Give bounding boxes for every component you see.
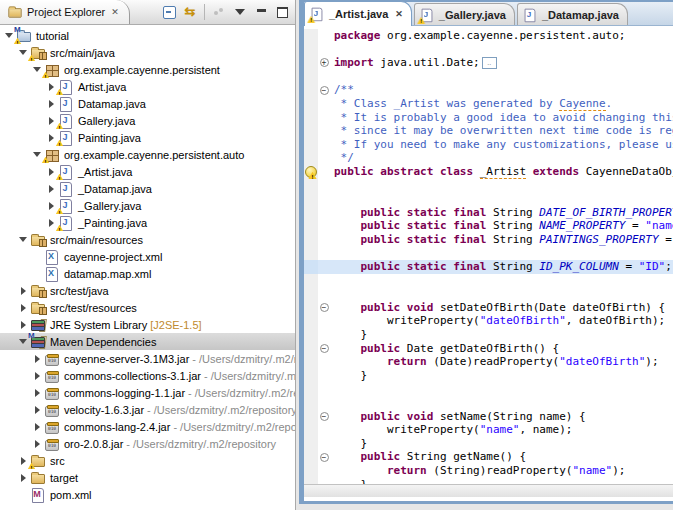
code-editor[interactable]: package org.example.cayenne.persistent.a… [304,26,673,484]
code-text [330,247,673,261]
annotation-ruler [304,301,318,315]
fold-ruler [318,437,330,451]
fold-ruler: − [318,301,330,315]
code-line: −/** [304,83,673,97]
expand-arrow[interactable] [46,83,56,91]
expand-arrow[interactable] [18,321,28,329]
fold-ruler [318,314,330,328]
folder-icon [30,470,46,486]
expand-arrow[interactable] [32,152,42,157]
tree-row[interactable]: 010commons-lang-2.4.jar - /Users/dzmitry… [0,418,295,435]
tree-row[interactable]: J!Artist.java [0,78,295,95]
view-close-icon[interactable]: ✕ [111,7,119,17]
expand-arrow[interactable] [46,202,56,210]
folded-region-icon[interactable]: ‥ [482,57,497,69]
tree-row[interactable]: Mpom.xml [0,486,295,503]
java-file-icon: J! [58,215,74,231]
collapse-fold-icon[interactable]: − [320,453,329,462]
tree-row[interactable]: src/test/java [0,282,295,299]
project-explorer-tab[interactable]: Project Explorer ✕ [0,0,130,24]
tree-item-label: JRE System Library [50,319,147,331]
tree-row[interactable]: 010oro-2.0.8.jar - /Users/dzmitry/.m2/re… [0,435,295,452]
tree-row[interactable]: J!_Artist.java [0,163,295,180]
tree-item-label: pom.xml [50,489,92,501]
expand-arrow[interactable] [32,389,42,397]
tree-row[interactable]: src/main/resources [0,231,295,248]
tree-row[interactable]: JDatamap.java [0,95,295,112]
link-with-editor-icon[interactable]: ⇆ [183,5,197,19]
expand-arrow[interactable] [46,185,56,193]
tree-row[interactable]: !src [0,452,295,469]
editor-tab-label: _Artist.java [329,8,388,20]
horizontal-scrollbar[interactable] [304,484,673,497]
editor-tab-_Artist-java[interactable]: J!_Artist.java✕ [304,1,412,26]
tree-row[interactable]: !org.example.cayenne.persistent.auto [0,146,295,163]
tree-row[interactable]: !org.example.cayenne.persistent [0,61,295,78]
tree-row[interactable]: 010velocity-1.6.3.jar - /Users/dzmitry/.… [0,401,295,418]
tree-row[interactable]: J!_Painting.java [0,214,295,231]
expand-arrow[interactable] [46,219,56,227]
tree-item-label: src/test/java [50,285,109,297]
maximize-icon[interactable] [275,5,289,19]
expand-arrow[interactable] [4,33,14,38]
tree-row[interactable]: J!Painting.java [0,129,295,146]
expand-arrow[interactable] [46,168,56,176]
tree-item-label: org.example.cayenne.persistent.auto [64,149,244,161]
expand-arrow[interactable] [46,100,56,108]
expand-arrow[interactable] [32,355,42,363]
minimize-icon[interactable] [254,5,268,19]
expand-arrow[interactable] [46,117,56,125]
expand-arrow[interactable] [18,457,28,465]
tree-item-label: Artist.java [78,81,126,93]
collapse-fold-icon[interactable]: − [320,303,329,312]
tree-row[interactable]: src/test/resources [0,299,295,316]
tree-row[interactable]: J!_Gallery.java [0,197,295,214]
tree-item-label: src [50,455,65,467]
tree-row[interactable]: Xdatamap.map.xml [0,265,295,282]
expand-arrow[interactable] [18,474,28,482]
collapse-fold-icon[interactable]: − [320,86,329,95]
expand-arrow[interactable] [32,440,42,448]
annotation-ruler [304,464,318,478]
fold-ruler [318,396,330,410]
expand-arrow[interactable] [46,134,56,142]
tree-row[interactable]: J_Datamap.java [0,180,295,197]
tree-row[interactable]: target [0,469,295,486]
expand-arrow[interactable] [18,339,28,344]
editor-tab-_Datamap-java[interactable]: J_Datamap.java [517,3,628,25]
tree-row[interactable]: MMaven Dependencies [0,333,295,350]
annotation-ruler [304,70,318,84]
expand-arrow[interactable] [18,237,28,242]
editor-tab-_Gallery-java[interactable]: J!_Gallery.java [414,3,515,25]
expand-arrow[interactable] [32,372,42,380]
tree-item-label: _Artist.java [78,166,132,178]
tree-row[interactable]: !src/main/java [0,44,295,61]
tree-row[interactable]: Xcayenne-project.xml [0,248,295,265]
tree-row[interactable]: J!Gallery.java [0,112,295,129]
code-text: return (Date)readProperty("dateOfBirth")… [330,355,673,369]
tab-close-icon[interactable]: ✕ [395,9,403,19]
editor-tab-label: _Gallery.java [439,9,506,21]
code-line: writeProperty("dateOfBirth", dateOfBirth… [304,314,673,328]
tree-row[interactable]: 010cayenne-server-3.1M3.jar - /Users/dzm… [0,350,295,367]
expand-fold-icon[interactable]: + [320,58,329,67]
quickfix-bulb-icon[interactable]: ! [305,166,317,178]
collapse-all-icon[interactable] [162,5,176,19]
tree-row[interactable]: M!tutorial [0,27,295,44]
package-icon: ! [44,147,60,163]
tree-row[interactable]: 010commons-logging-1.1.jar - /Users/dzmi… [0,384,295,401]
expand-arrow[interactable] [32,406,42,414]
tree-row[interactable]: JRE System Library[J2SE-1.5] [0,316,295,333]
fold-ruler [318,478,330,484]
collapse-fold-icon[interactable]: − [320,344,329,353]
tree-row[interactable]: 010commons-collections-3.1.jar - /Users/… [0,367,295,384]
expand-arrow[interactable] [18,304,28,312]
expand-arrow[interactable] [32,67,42,72]
view-menu-icon[interactable] [233,5,247,19]
collapse-fold-icon[interactable]: − [320,412,329,421]
fold-ruler [318,247,330,261]
code-text [330,287,673,301]
expand-arrow[interactable] [32,423,42,431]
expand-arrow[interactable] [18,50,28,55]
expand-arrow[interactable] [18,287,28,295]
